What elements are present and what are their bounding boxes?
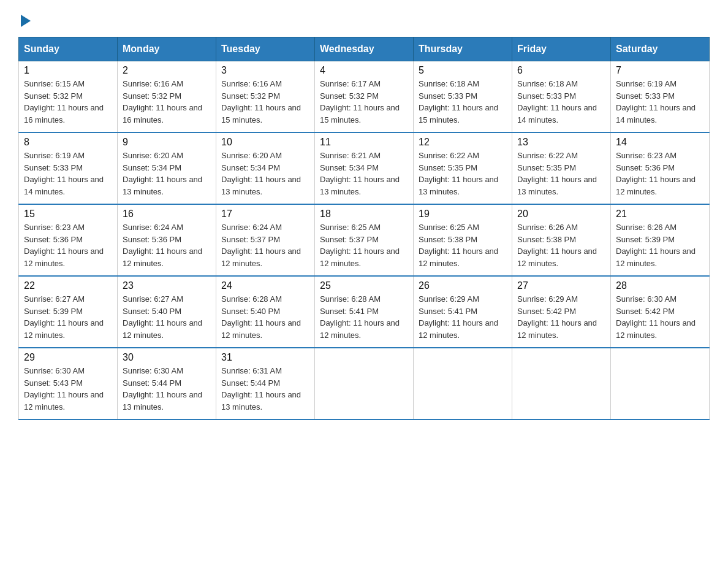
calendar-cell: 8Sunrise: 6:19 AMSunset: 5:33 PMDaylight… [19, 132, 118, 204]
day-number: 7 [616, 65, 704, 76]
calendar-cell: 20Sunrise: 6:26 AMSunset: 5:38 PMDayligh… [512, 204, 611, 276]
page-header [18, 12, 710, 25]
calendar-header: SundayMondayTuesdayWednesdayThursdayFrid… [19, 37, 710, 61]
day-info: Sunrise: 6:24 AMSunset: 5:36 PMDaylight:… [123, 221, 211, 269]
day-info: Sunrise: 6:22 AMSunset: 5:35 PMDaylight:… [419, 150, 507, 197]
calendar-cell: 6Sunrise: 6:18 AMSunset: 5:33 PMDaylight… [512, 61, 611, 133]
calendar-cell [611, 348, 710, 419]
calendar-cell: 25Sunrise: 6:28 AMSunset: 5:41 PMDayligh… [315, 276, 414, 348]
calendar-cell: 23Sunrise: 6:27 AMSunset: 5:40 PMDayligh… [118, 276, 216, 348]
day-info: Sunrise: 6:25 AMSunset: 5:37 PMDaylight:… [320, 221, 408, 269]
day-number: 2 [123, 65, 211, 76]
calendar-cell: 22Sunrise: 6:27 AMSunset: 5:39 PMDayligh… [19, 276, 118, 348]
day-number: 24 [221, 280, 309, 291]
calendar-cell: 29Sunrise: 6:30 AMSunset: 5:43 PMDayligh… [19, 348, 118, 419]
logo-arrow-icon [21, 15, 31, 27]
calendar-cell: 24Sunrise: 6:28 AMSunset: 5:40 PMDayligh… [216, 276, 315, 348]
day-info: Sunrise: 6:27 AMSunset: 5:40 PMDaylight:… [123, 293, 211, 341]
day-number: 17 [221, 209, 309, 220]
calendar-cell: 27Sunrise: 6:29 AMSunset: 5:42 PMDayligh… [512, 276, 611, 348]
calendar-cell: 26Sunrise: 6:29 AMSunset: 5:41 PMDayligh… [414, 276, 512, 348]
day-number: 27 [517, 280, 605, 291]
day-info: Sunrise: 6:20 AMSunset: 5:34 PMDaylight:… [221, 150, 309, 197]
calendar-cell: 12Sunrise: 6:22 AMSunset: 5:35 PMDayligh… [414, 132, 512, 204]
day-number: 25 [320, 280, 408, 291]
calendar-cell: 30Sunrise: 6:30 AMSunset: 5:44 PMDayligh… [118, 348, 216, 419]
day-info: Sunrise: 6:18 AMSunset: 5:33 PMDaylight:… [517, 78, 605, 126]
calendar-cell: 31Sunrise: 6:31 AMSunset: 5:44 PMDayligh… [216, 348, 315, 419]
calendar-week-4: 22Sunrise: 6:27 AMSunset: 5:39 PMDayligh… [19, 276, 710, 348]
calendar-cell: 4Sunrise: 6:17 AMSunset: 5:32 PMDaylight… [315, 61, 414, 133]
day-number: 26 [419, 280, 507, 291]
day-number: 5 [419, 65, 507, 76]
day-info: Sunrise: 6:28 AMSunset: 5:40 PMDaylight:… [221, 293, 309, 341]
calendar-week-5: 29Sunrise: 6:30 AMSunset: 5:43 PMDayligh… [19, 348, 710, 419]
header-thursday: Thursday [414, 37, 512, 61]
day-info: Sunrise: 6:23 AMSunset: 5:36 PMDaylight:… [616, 150, 704, 197]
calendar-cell: 13Sunrise: 6:22 AMSunset: 5:35 PMDayligh… [512, 132, 611, 204]
calendar-week-3: 15Sunrise: 6:23 AMSunset: 5:36 PMDayligh… [19, 204, 710, 276]
calendar-cell: 7Sunrise: 6:19 AMSunset: 5:33 PMDaylight… [611, 61, 710, 133]
day-number: 6 [517, 65, 605, 76]
day-number: 29 [24, 352, 112, 363]
header-wednesday: Wednesday [315, 37, 414, 61]
header-sunday: Sunday [19, 37, 118, 61]
calendar-cell: 17Sunrise: 6:24 AMSunset: 5:37 PMDayligh… [216, 204, 315, 276]
day-number: 9 [123, 137, 211, 148]
day-info: Sunrise: 6:19 AMSunset: 5:33 PMDaylight:… [616, 78, 704, 126]
day-info: Sunrise: 6:18 AMSunset: 5:33 PMDaylight:… [419, 78, 507, 126]
day-number: 18 [320, 209, 408, 220]
calendar-week-2: 8Sunrise: 6:19 AMSunset: 5:33 PMDaylight… [19, 132, 710, 204]
header-friday: Friday [512, 37, 611, 61]
header-tuesday: Tuesday [216, 37, 315, 61]
day-info: Sunrise: 6:24 AMSunset: 5:37 PMDaylight:… [221, 221, 309, 269]
day-info: Sunrise: 6:30 AMSunset: 5:42 PMDaylight:… [616, 293, 704, 341]
day-number: 13 [517, 137, 605, 148]
day-info: Sunrise: 6:29 AMSunset: 5:42 PMDaylight:… [517, 293, 605, 341]
day-info: Sunrise: 6:16 AMSunset: 5:32 PMDaylight:… [123, 78, 211, 126]
day-number: 16 [123, 209, 211, 220]
day-info: Sunrise: 6:28 AMSunset: 5:41 PMDaylight:… [320, 293, 408, 341]
day-info: Sunrise: 6:30 AMSunset: 5:43 PMDaylight:… [24, 365, 112, 413]
calendar-cell: 9Sunrise: 6:20 AMSunset: 5:34 PMDaylight… [118, 132, 216, 204]
day-number: 22 [24, 280, 112, 291]
day-number: 23 [123, 280, 211, 291]
calendar-cell: 3Sunrise: 6:16 AMSunset: 5:32 PMDaylight… [216, 61, 315, 133]
day-number: 19 [419, 209, 507, 220]
day-info: Sunrise: 6:22 AMSunset: 5:35 PMDaylight:… [517, 150, 605, 197]
day-info: Sunrise: 6:21 AMSunset: 5:34 PMDaylight:… [320, 150, 408, 197]
calendar-cell: 28Sunrise: 6:30 AMSunset: 5:42 PMDayligh… [611, 276, 710, 348]
calendar-cell [414, 348, 512, 419]
day-number: 30 [123, 352, 211, 363]
day-info: Sunrise: 6:30 AMSunset: 5:44 PMDaylight:… [123, 365, 211, 413]
day-info: Sunrise: 6:26 AMSunset: 5:38 PMDaylight:… [517, 221, 605, 269]
day-info: Sunrise: 6:15 AMSunset: 5:32 PMDaylight:… [24, 78, 112, 126]
calendar-table: SundayMondayTuesdayWednesdayThursdayFrid… [18, 37, 710, 420]
day-number: 14 [616, 137, 704, 148]
day-number: 28 [616, 280, 704, 291]
calendar-body: 1Sunrise: 6:15 AMSunset: 5:32 PMDaylight… [19, 61, 710, 420]
header-monday: Monday [118, 37, 216, 61]
day-info: Sunrise: 6:23 AMSunset: 5:36 PMDaylight:… [24, 221, 112, 269]
calendar-cell: 18Sunrise: 6:25 AMSunset: 5:37 PMDayligh… [315, 204, 414, 276]
day-number: 3 [221, 65, 309, 76]
calendar-cell: 15Sunrise: 6:23 AMSunset: 5:36 PMDayligh… [19, 204, 118, 276]
day-info: Sunrise: 6:20 AMSunset: 5:34 PMDaylight:… [123, 150, 211, 197]
calendar-cell: 1Sunrise: 6:15 AMSunset: 5:32 PMDaylight… [19, 61, 118, 133]
day-number: 10 [221, 137, 309, 148]
calendar-cell: 16Sunrise: 6:24 AMSunset: 5:36 PMDayligh… [118, 204, 216, 276]
calendar-cell: 14Sunrise: 6:23 AMSunset: 5:36 PMDayligh… [611, 132, 710, 204]
day-info: Sunrise: 6:26 AMSunset: 5:39 PMDaylight:… [616, 221, 704, 269]
day-number: 15 [24, 209, 112, 220]
day-info: Sunrise: 6:16 AMSunset: 5:32 PMDaylight:… [221, 78, 309, 126]
day-info: Sunrise: 6:27 AMSunset: 5:39 PMDaylight:… [24, 293, 112, 341]
day-info: Sunrise: 6:29 AMSunset: 5:41 PMDaylight:… [419, 293, 507, 341]
calendar-cell [315, 348, 414, 419]
calendar-cell: 10Sunrise: 6:20 AMSunset: 5:34 PMDayligh… [216, 132, 315, 204]
calendar-cell: 2Sunrise: 6:16 AMSunset: 5:32 PMDaylight… [118, 61, 216, 133]
header-row: SundayMondayTuesdayWednesdayThursdayFrid… [19, 37, 710, 61]
day-info: Sunrise: 6:31 AMSunset: 5:44 PMDaylight:… [221, 365, 309, 413]
day-number: 31 [221, 352, 309, 363]
calendar-cell: 5Sunrise: 6:18 AMSunset: 5:33 PMDaylight… [414, 61, 512, 133]
header-saturday: Saturday [611, 37, 710, 61]
